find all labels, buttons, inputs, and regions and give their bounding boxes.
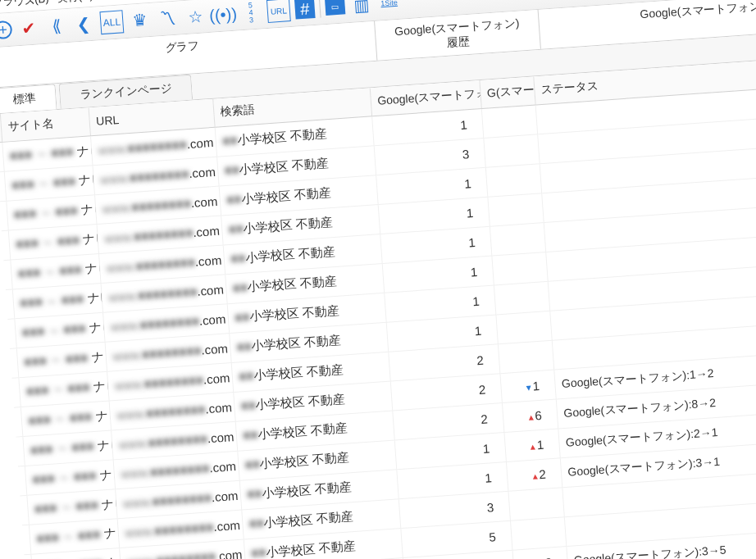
cell-change: ▴2 [506, 458, 562, 492]
antenna-icon[interactable]: ((•)) [211, 2, 235, 27]
cell-change [494, 281, 549, 315]
url-icon[interactable]: URL [266, 0, 291, 23]
chart-icon[interactable]: 〽 [155, 7, 180, 31]
numbers-icon[interactable]: 543 [239, 0, 263, 25]
add-icon[interactable]: + [0, 20, 12, 39]
cell-change [510, 517, 566, 551]
window-icon[interactable]: ▭ [325, 0, 345, 16]
arrow-up-icon: ▴ [530, 440, 535, 452]
tab-standard[interactable]: 標準 [0, 84, 57, 113]
cell-change [483, 134, 539, 168]
cell-change: ▴6 [502, 399, 558, 433]
onesite-icon[interactable]: 1Site [377, 0, 402, 16]
cell-change [498, 340, 553, 374]
menu-search-settings[interactable]: 検索設定(S) [101, 0, 158, 2]
cell-change [495, 311, 551, 344]
toolbar-separator [319, 0, 321, 17]
col-g-smart[interactable]: G(スマート.. [479, 77, 535, 109]
all-icon[interactable]: ALL [99, 10, 124, 34]
cell-change [481, 105, 537, 139]
cell-change [508, 488, 563, 521]
cell-change [487, 193, 543, 227]
hash-icon[interactable]: # [294, 0, 316, 20]
cell-change [490, 223, 545, 257]
layout-icon[interactable]: ▥ [349, 0, 374, 17]
back-icon[interactable]: ❮ [72, 12, 97, 37]
cell-change [491, 252, 547, 286]
arrow-up-icon: ▴ [528, 411, 534, 423]
rewind-icon[interactable]: ⟪ [44, 14, 69, 39]
data-table: サイト名 URL 検索語 Google(スマートフォン.. G(スマート.. ス… [0, 52, 756, 559]
cell-change: ▴1 [503, 429, 559, 462]
check-icon[interactable]: ✔ [16, 16, 41, 40]
menu-browse[interactable]: ブラウズ(B) [0, 0, 49, 10]
star-icon[interactable]: ☆ [183, 4, 207, 29]
arrow-down-icon: ▾ [526, 382, 531, 393]
cell-change: ▾1 [499, 370, 555, 403]
arrow-up-icon: ▴ [532, 470, 538, 481]
cell-change [485, 164, 541, 198]
crown-icon[interactable]: ♛ [127, 8, 152, 33]
menu-run[interactable]: 実行(R) [57, 0, 93, 6]
